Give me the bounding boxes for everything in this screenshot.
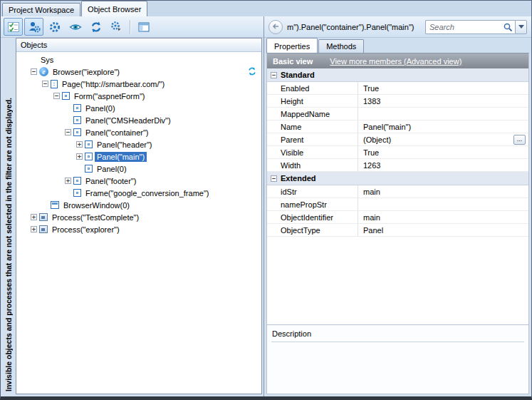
tab-label: Methods (326, 42, 356, 51)
tree-item-label: Process("explorer") (50, 225, 122, 235)
search-icon[interactable] (503, 22, 513, 34)
objects-panel-header: Objects (16, 39, 261, 52)
property-grid: −StandardEnabledTrueHeight1383MappedName… (267, 68, 528, 237)
collapse-icon[interactable]: − (65, 129, 71, 135)
expand-icon[interactable]: + (76, 141, 83, 148)
filter-note-text: Invisible objects and processes that are… (4, 98, 13, 391)
tree-item[interactable]: +Process("TestComplete") (16, 211, 261, 223)
tree-item[interactable]: +Panel("main") (16, 150, 261, 163)
tree-item[interactable]: −Panel("container") (16, 126, 261, 138)
collapse-icon[interactable]: − (31, 68, 37, 75)
property-row[interactable]: ObjectTypePanel (267, 224, 528, 237)
collapse-icon[interactable]: − (53, 93, 60, 99)
property-value-cell: True (358, 82, 528, 94)
user-gear-icon (28, 21, 41, 34)
tree-item[interactable]: Panel("CMSHeaderDiv") (16, 114, 261, 126)
map-object-button[interactable] (107, 18, 126, 36)
property-row[interactable]: Height1383 (267, 95, 528, 108)
property-value-cell: Panel (358, 224, 528, 236)
tree-item[interactable]: −Form("aspnetForm") (16, 90, 261, 102)
filter-objects-button[interactable] (4, 18, 23, 36)
tree-item[interactable]: +Panel("header") (16, 138, 261, 150)
panel-icon (73, 116, 81, 124)
tree-item-label: Sys (38, 55, 56, 65)
left-pane: Invisible objects and processes that are… (1, 16, 264, 396)
expand-icon[interactable]: + (76, 153, 83, 160)
browser-icon: e (39, 67, 48, 76)
property-value-cell: True (358, 146, 528, 158)
property-row[interactable]: NamePanel("main") (267, 120, 528, 133)
view-mode-title: Basic view (273, 57, 313, 66)
main-area: Invisible objects and processes that are… (1, 16, 531, 396)
tree-item[interactable]: Panel(0) (16, 163, 261, 175)
panel-icon (73, 104, 81, 112)
tab-methods[interactable]: Methods (318, 39, 364, 53)
group-header[interactable]: −Extended (267, 172, 528, 185)
property-row[interactable]: Parent(Object)... (267, 133, 528, 146)
collapse-icon[interactable]: − (271, 72, 277, 78)
search-dropdown-button[interactable] (515, 20, 527, 34)
tree-item-label: Panel("container") (83, 128, 151, 138)
options-button[interactable] (45, 18, 64, 36)
ellipsis-button[interactable]: ... (513, 135, 526, 145)
windows-logo-icon (28, 55, 36, 63)
property-value: Panel (363, 226, 383, 235)
tab-object-browser[interactable]: Object Browser (81, 1, 147, 16)
back-button[interactable] (268, 20, 283, 34)
property-name: Visible (267, 146, 358, 158)
property-value-cell (358, 108, 528, 120)
object-spy-button[interactable] (24, 18, 43, 36)
property-row[interactable]: MappedName (267, 108, 528, 120)
collapse-icon[interactable]: − (42, 81, 48, 87)
tree-item[interactable]: −Page("http://smartbear.com/") (16, 78, 261, 90)
panel-icon (85, 140, 93, 148)
expander-spacer (76, 165, 83, 172)
objects-panel-title: Objects (21, 41, 47, 49)
tab-label: Properties (274, 42, 310, 51)
property-row[interactable]: VisibleTrue (267, 146, 528, 159)
property-row[interactable]: ObjectIdentifiermain (267, 211, 528, 224)
tree-item-label: Panel(0) (83, 103, 118, 113)
property-row[interactable]: Width1263 (267, 159, 528, 172)
property-value: (Object) (363, 135, 391, 144)
advanced-view-link[interactable]: View more members (Advanced view) (330, 57, 461, 66)
tree-item[interactable]: −eBrowser("iexplore") (16, 66, 261, 78)
frame-icon (73, 189, 81, 197)
tree-item[interactable]: Sys (16, 53, 261, 66)
property-row[interactable]: EnabledTrue (267, 82, 528, 95)
tab-properties[interactable]: Properties (266, 38, 318, 53)
highlight-object-button[interactable] (66, 18, 85, 36)
tree-item[interactable]: +Panel("footer") (16, 175, 261, 187)
form-icon (62, 92, 70, 100)
object-path: m").Panel("container").Panel("main") (287, 23, 421, 31)
sync-icon (248, 67, 256, 77)
search-input[interactable] (425, 20, 515, 34)
property-row[interactable]: namePropStr (267, 198, 528, 211)
refresh-button[interactable] (86, 18, 105, 36)
show-panel-button[interactable] (134, 18, 153, 36)
tree-item[interactable]: Panel(0) (16, 102, 261, 114)
expand-icon[interactable]: + (65, 178, 71, 184)
tree-item[interactable]: Frame("google_conversion_frame") (16, 187, 261, 199)
property-name: Height (267, 95, 358, 107)
property-value: main (363, 213, 380, 222)
property-name: idStr (267, 185, 358, 198)
tree-item-label: Panel("CMSHeaderDiv") (83, 116, 173, 125)
property-value-cell: main (358, 211, 528, 223)
inspector-pane: m").Panel("container").Panel("main") Pro… (264, 16, 531, 396)
tree-item[interactable]: BrowserWindow(0) (16, 199, 261, 211)
property-value: True (363, 84, 379, 93)
property-value: 1383 (363, 97, 380, 106)
tab-project-workspace[interactable]: Project Workspace (2, 3, 80, 16)
app-window: Project Workspace Object Browser Invisib… (0, 0, 532, 400)
collapse-icon[interactable]: − (271, 175, 277, 182)
search-control (425, 20, 527, 34)
expand-icon[interactable]: + (31, 214, 37, 220)
inspector-content: Basic view View more members (Advanced v… (266, 53, 529, 394)
group-header[interactable]: −Standard (267, 68, 528, 82)
expand-icon[interactable]: + (31, 226, 37, 232)
inspector-tabstrip: Properties Methods (264, 38, 531, 53)
tree-item[interactable]: +Process("explorer") (16, 223, 261, 235)
gears-icon (110, 21, 123, 34)
property-row[interactable]: idStrmain (267, 185, 528, 198)
